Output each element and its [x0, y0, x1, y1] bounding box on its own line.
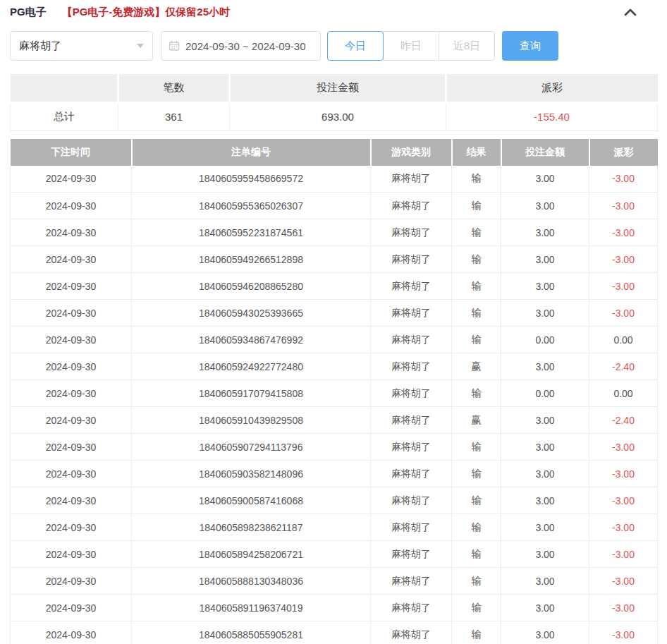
cell-order-no: 1840605910439829508	[132, 407, 371, 434]
col-header-bet-time: 下注时间	[11, 139, 132, 166]
cell-payout: -2.40	[589, 407, 658, 434]
quick-button-yesterday[interactable]: 昨日	[383, 31, 439, 61]
page-title: PG电子	[10, 6, 47, 19]
col-header-result: 结果	[452, 139, 501, 166]
cell-result: 输	[452, 434, 501, 461]
cell-result: 输	[452, 595, 501, 621]
cell-bet-time: 2024-09-30	[11, 273, 132, 300]
cell-bet-amount: 3.00	[501, 273, 589, 300]
cell-bet-time: 2024-09-30	[11, 219, 132, 246]
cell-bet-time: 2024-09-30	[11, 568, 132, 595]
cell-bet-amount: 3.00	[501, 568, 589, 595]
cell-bet-amount: 3.00	[501, 514, 589, 541]
record-row: 2024-09-30 1840605949266512898 麻将胡了 输 3.…	[11, 246, 658, 273]
cell-result: 赢	[452, 353, 501, 380]
cell-payout: 0.00	[589, 380, 658, 407]
cell-result: 输	[452, 193, 501, 219]
summary-total-label: 总计	[11, 102, 118, 130]
cell-bet-amount: 3.00	[501, 541, 589, 568]
date-range-input[interactable]: 2024-09-30 ~ 2024-09-30	[161, 31, 321, 61]
cell-payout: -3.00	[589, 461, 658, 487]
cell-game-type: 麻将胡了	[371, 300, 452, 327]
quick-range-button-group: 今日 昨日 近8日	[327, 31, 495, 61]
cell-result: 输	[452, 219, 501, 246]
records-table: 下注时间 注单编号 游戏类别 结果 投注金额 派彩 2024-09-30 184…	[10, 139, 658, 644]
cell-bet-amount: 3.00	[501, 434, 589, 461]
col-header-order-no: 注单编号	[132, 139, 371, 166]
cell-order-no: 1840605891196374019	[132, 595, 371, 621]
record-row: 2024-09-30 1840605907294113796 麻将胡了 输 3.…	[11, 434, 658, 461]
summary-col-empty	[11, 74, 118, 102]
game-select[interactable]: 麻将胡了	[10, 31, 153, 61]
cell-order-no: 1840605949266512898	[132, 246, 371, 273]
quick-button-today[interactable]: 今日	[327, 31, 384, 61]
cell-bet-time: 2024-09-30	[11, 327, 132, 353]
summary-header-row: 笔数 投注金额 派彩	[11, 74, 658, 102]
summary-col-count: 笔数	[118, 74, 230, 102]
cell-payout: -3.00	[589, 621, 658, 644]
summary-total-row: 总计 361 693.00 -155.40	[11, 102, 658, 130]
col-header-game-type: 游戏类别	[371, 139, 452, 166]
cell-bet-time: 2024-09-30	[11, 434, 132, 461]
cell-bet-time: 2024-09-30	[11, 407, 132, 434]
cell-result: 赢	[452, 407, 501, 434]
record-row: 2024-09-30 1840605952231874561 麻将胡了 输 3.…	[11, 219, 658, 246]
record-row: 2024-09-30 1840605885055905281 麻将胡了 输 3.…	[11, 621, 658, 644]
record-row: 2024-09-30 1840605898238621187 麻将胡了 输 3.…	[11, 514, 658, 541]
cell-result: 输	[452, 514, 501, 541]
cell-payout: -3.00	[589, 273, 658, 300]
cell-order-no: 1840605952231874561	[132, 219, 371, 246]
record-row: 2024-09-30 1840605959458669572 麻将胡了 输 3.…	[11, 166, 658, 193]
cell-bet-amount: 3.00	[501, 166, 589, 193]
record-row: 2024-09-30 1840605934867476992 麻将胡了 输 0.…	[11, 327, 658, 353]
cell-game-type: 麻将胡了	[371, 166, 452, 193]
record-row: 2024-09-30 1840605888130348036 麻将胡了 输 3.…	[11, 568, 658, 595]
col-header-payout: 派彩	[589, 139, 658, 166]
cell-result: 输	[452, 541, 501, 568]
collapse-chevron-up-icon[interactable]	[623, 7, 637, 17]
cell-bet-amount: 3.00	[501, 353, 589, 380]
query-button[interactable]: 查询	[502, 31, 558, 61]
cell-game-type: 麻将胡了	[371, 193, 452, 219]
cell-order-no: 1840605924922772480	[132, 353, 371, 380]
cell-order-no: 1840605894258206721	[132, 541, 371, 568]
cell-bet-time: 2024-09-30	[11, 166, 132, 193]
cell-payout: -3.00	[589, 514, 658, 541]
summary-count-value: 361	[118, 102, 230, 130]
record-row: 2024-09-30 1840605917079415808 麻将胡了 输 0.…	[11, 380, 658, 407]
record-row: 2024-09-30 1840605891196374019 麻将胡了 输 3.…	[11, 595, 658, 621]
cell-payout: -3.00	[589, 487, 658, 514]
cell-game-type: 麻将胡了	[371, 380, 452, 407]
summary-bet-amount-value: 693.00	[230, 102, 446, 130]
cell-bet-time: 2024-09-30	[11, 380, 132, 407]
records-tbody: 2024-09-30 1840605959458669572 麻将胡了 输 3.…	[11, 166, 658, 644]
cell-game-type: 麻将胡了	[371, 541, 452, 568]
summary-payout-value: -155.40	[446, 102, 658, 130]
cell-payout: -3.00	[589, 595, 658, 621]
cell-payout: 0.00	[589, 327, 658, 353]
record-row: 2024-09-30 1840605924922772480 麻将胡了 赢 3.…	[11, 353, 658, 380]
cell-payout: -3.00	[589, 434, 658, 461]
cell-bet-amount: 3.00	[501, 487, 589, 514]
cell-result: 输	[452, 461, 501, 487]
cell-game-type: 麻将胡了	[371, 568, 452, 595]
cell-game-type: 麻将胡了	[371, 461, 452, 487]
cell-bet-amount: 3.00	[501, 193, 589, 219]
filter-bar: 麻将胡了 2024-09-30 ~ 2024-09-30 今日 昨日 近8日 查…	[10, 31, 657, 61]
cell-bet-amount: 0.00	[501, 327, 589, 353]
pg-records-panel: PG电子 【PG电子-免费游戏】仅保留25小时 麻将胡了 2024-09-30 …	[0, 0, 667, 644]
cell-game-type: 麻将胡了	[371, 434, 452, 461]
summary-col-bet-amount: 投注金额	[230, 74, 446, 102]
cell-payout: -3.00	[589, 166, 658, 193]
cell-bet-time: 2024-09-30	[11, 487, 132, 514]
cell-bet-time: 2024-09-30	[11, 246, 132, 273]
cell-bet-amount: 3.00	[501, 300, 589, 327]
cell-order-no: 1840605885055905281	[132, 621, 371, 644]
cell-game-type: 麻将胡了	[371, 407, 452, 434]
cell-payout: -2.40	[589, 353, 658, 380]
cell-game-type: 麻将胡了	[371, 219, 452, 246]
cell-payout: -3.00	[589, 541, 658, 568]
quick-button-last-8-days[interactable]: 近8日	[439, 31, 495, 61]
cell-order-no: 1840605898238621187	[132, 514, 371, 541]
summary-col-payout: 派彩	[446, 74, 658, 102]
